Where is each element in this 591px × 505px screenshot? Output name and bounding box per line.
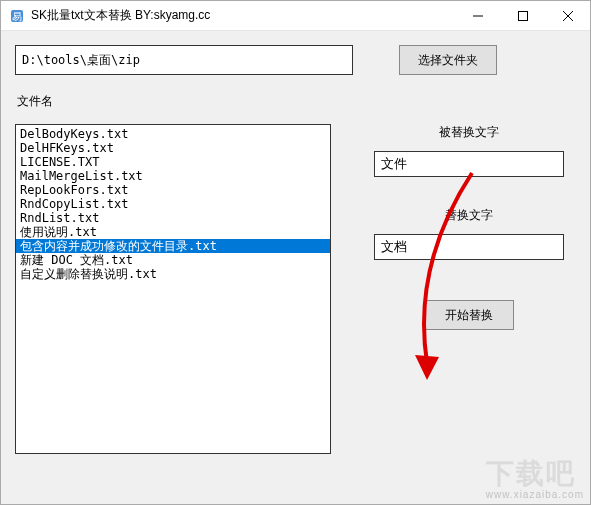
watermark: 下载吧 www.xiazaiba.com <box>486 455 584 500</box>
list-item[interactable]: RepLookFors.txt <box>16 183 330 197</box>
list-item[interactable]: 包含内容并成功修改的文件目录.txt <box>16 239 330 253</box>
watermark-url: www.xiazaiba.com <box>486 489 584 500</box>
folder-path-input[interactable] <box>15 45 353 75</box>
select-folder-button[interactable]: 选择文件夹 <box>399 45 497 75</box>
close-button[interactable] <box>545 1 590 30</box>
maximize-button[interactable] <box>500 1 545 30</box>
client-area: 选择文件夹 文件名 DelBodyKeys.txtDelHFKeys.txtLI… <box>1 31 590 504</box>
right-column: 被替换文字 替换文字 开始替换 <box>361 124 576 454</box>
window-title: SK批量txt文本替换 BY:skyamg.cc <box>31 7 455 24</box>
app-icon: 易 <box>9 8 25 24</box>
titlebar: 易 SK批量txt文本替换 BY:skyamg.cc <box>1 1 590 31</box>
list-item[interactable]: 自定义删除替换说明.txt <box>16 267 330 281</box>
path-row: 选择文件夹 <box>15 45 576 75</box>
list-item[interactable]: MailMergeList.txt <box>16 169 330 183</box>
svg-rect-3 <box>518 11 527 20</box>
search-text-label: 被替换文字 <box>439 124 499 141</box>
watermark-text: 下载吧 <box>486 458 576 489</box>
start-replace-button[interactable]: 开始替换 <box>424 300 514 330</box>
filename-label: 文件名 <box>17 93 576 110</box>
minimize-button[interactable] <box>455 1 500 30</box>
window-controls <box>455 1 590 30</box>
list-item[interactable]: DelBodyKeys.txt <box>16 127 330 141</box>
search-text-input[interactable] <box>374 151 564 177</box>
list-item[interactable]: RndList.txt <box>16 211 330 225</box>
list-item[interactable]: RndCopyList.txt <box>16 197 330 211</box>
main-row: DelBodyKeys.txtDelHFKeys.txtLICENSE.TXTM… <box>15 124 576 454</box>
list-item[interactable]: 新建 DOC 文档.txt <box>16 253 330 267</box>
list-item[interactable]: DelHFKeys.txt <box>16 141 330 155</box>
svg-text:易: 易 <box>12 11 22 22</box>
list-item[interactable]: 使用说明.txt <box>16 225 330 239</box>
app-window: 易 SK批量txt文本替换 BY:skyamg.cc 选择文件夹 文件名 Del… <box>0 0 591 505</box>
replace-text-input[interactable] <box>374 234 564 260</box>
replace-text-label: 替换文字 <box>445 207 493 224</box>
list-item[interactable]: LICENSE.TXT <box>16 155 330 169</box>
file-listbox[interactable]: DelBodyKeys.txtDelHFKeys.txtLICENSE.TXTM… <box>15 124 331 454</box>
